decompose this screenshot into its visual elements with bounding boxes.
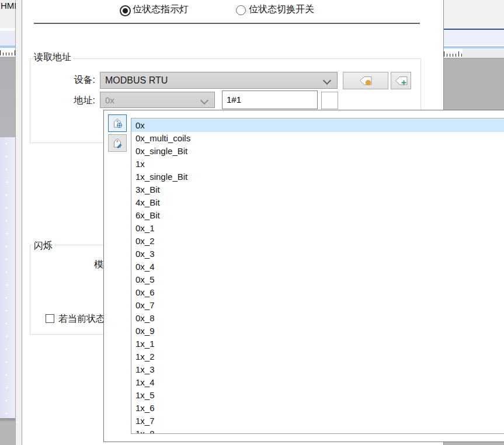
dropdown-item[interactable]: 1x_6 bbox=[131, 402, 504, 415]
dropdown-item[interactable]: 1x_2 bbox=[131, 350, 504, 363]
divider-line bbox=[444, 58, 504, 59]
dropdown-item[interactable]: 0x_9 bbox=[131, 325, 504, 338]
dropdown-item[interactable]: 0x_multi_coils bbox=[131, 132, 504, 145]
tag-globe-icon bbox=[112, 118, 123, 128]
canvas-gray bbox=[0, 57, 15, 137]
dropdown-item[interactable]: 1x bbox=[131, 158, 504, 171]
dropdown-item[interactable]: 0x_6 bbox=[131, 286, 504, 299]
toolbar-band bbox=[0, 31, 15, 46]
dropdown-item[interactable]: 6x_Bit bbox=[131, 209, 504, 222]
dropdown-item[interactable]: 0x_7 bbox=[131, 299, 504, 312]
chevron-down-icon bbox=[323, 77, 331, 85]
dropdown-item[interactable]: 0x_3 bbox=[131, 248, 504, 260]
address-label: 地址: bbox=[55, 95, 95, 107]
dropdown-item[interactable]: 0x_1 bbox=[131, 222, 504, 235]
device-combobox-value: MODBUS RTU bbox=[105, 75, 168, 86]
separator-line bbox=[34, 23, 420, 24]
blink-state-checkbox-label: 若当前状态 bbox=[58, 313, 105, 325]
background-tab-label: HMI bbox=[1, 1, 17, 11]
address-dropdown-list[interactable]: 0x0x_multi_coils0x_single_Bit1x1x_single… bbox=[131, 118, 504, 434]
dropdown-item[interactable]: 1x_4 bbox=[131, 376, 504, 389]
dropdown-item[interactable]: 0x_4 bbox=[131, 260, 504, 273]
address-tag-library-button[interactable] bbox=[108, 114, 127, 132]
dropdown-item[interactable]: 1x_8 bbox=[131, 427, 504, 434]
address-dropdown-popup: 0x0x_multi_coils0x_single_Bit1x1x_single… bbox=[103, 110, 504, 442]
tag-settings-button[interactable] bbox=[343, 72, 388, 89]
blink-group-title: 闪烁 bbox=[32, 240, 54, 252]
chevron-down-icon bbox=[200, 96, 208, 105]
device-combobox[interactable]: MODBUS RTU bbox=[100, 72, 338, 89]
tag-add-button[interactable] bbox=[391, 72, 411, 89]
tag-plus-icon bbox=[394, 76, 408, 86]
device-label: 设备: bbox=[55, 74, 95, 86]
blink-state-checkbox[interactable] bbox=[46, 314, 54, 323]
dropdown-item[interactable]: 3x_Bit bbox=[131, 183, 504, 196]
radio-bit-switch-label: 位状态切换开关 bbox=[249, 4, 314, 16]
radio-bit-lamp-label: 位状态指示灯 bbox=[133, 4, 189, 16]
dropdown-item[interactable]: 1x_single_Bit bbox=[131, 171, 504, 183]
dropdown-item[interactable]: 1x_1 bbox=[131, 338, 504, 350]
ruler-origin-patch bbox=[444, 48, 463, 58]
address-offset-value: 1#1 bbox=[227, 95, 241, 105]
radio-bit-lamp[interactable] bbox=[120, 5, 131, 16]
dropdown-item[interactable]: 1x_7 bbox=[131, 415, 504, 427]
address-offset-input[interactable]: 1#1 bbox=[222, 91, 318, 109]
side-panel bbox=[0, 137, 15, 418]
ruler-ticks bbox=[444, 51, 463, 57]
background-gutter bbox=[16, 0, 22, 445]
tag-pencil-icon bbox=[112, 138, 123, 148]
read-address-group-title: 读取地址 bbox=[32, 51, 73, 64]
toolbar-band bbox=[444, 30, 504, 45]
dropdown-item[interactable]: 4x_Bit bbox=[131, 196, 504, 209]
dropdown-item[interactable]: 1x_3 bbox=[131, 363, 504, 376]
address-combobox[interactable]: 0x bbox=[100, 92, 215, 108]
blink-mode-label: 模 bbox=[94, 259, 103, 271]
toolbar-band bbox=[444, 0, 504, 29]
address-extra-input[interactable] bbox=[321, 92, 338, 109]
dropdown-item[interactable]: 1x_5 bbox=[131, 389, 504, 402]
horizontal-ruler bbox=[0, 48, 15, 57]
radio-bit-switch[interactable] bbox=[236, 5, 246, 15]
dropdown-item[interactable]: 0x_2 bbox=[131, 235, 504, 248]
background-left-strip: HMI bbox=[0, 0, 16, 445]
screen: HMI 位状态指示灯 位状态切换开关 读取地址 设备: MO bbox=[0, 0, 504, 445]
dropdown-item[interactable]: 0x_5 bbox=[131, 273, 504, 286]
address-combobox-value: 0x bbox=[105, 95, 114, 105]
ruler-ticks bbox=[0, 50, 15, 55]
dropdown-item[interactable]: 0x_single_Bit bbox=[131, 145, 504, 158]
canvas-gray bbox=[0, 422, 15, 445]
dropdown-item[interactable]: 0x bbox=[131, 119, 504, 132]
tag-orange-icon bbox=[359, 76, 373, 86]
address-tag-edit-button[interactable] bbox=[108, 134, 127, 152]
dropdown-item[interactable]: 0x_8 bbox=[131, 312, 504, 325]
horizontal-ruler bbox=[444, 48, 504, 58]
